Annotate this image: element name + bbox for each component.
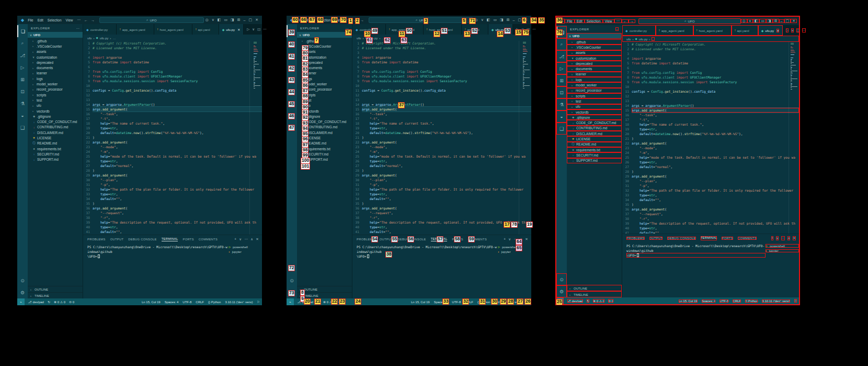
explorer-icon[interactable]: ❏ [556, 26, 567, 38]
tree-item-disclaimer-md[interactable]: ↓DISCLAIMER.md [297, 130, 352, 135]
panel-tab-problems[interactable]: PROBLEMS [357, 238, 375, 241]
shell-powershell[interactable]: ⊳powershell [766, 244, 799, 248]
panel-close-icon[interactable]: ✕ [525, 237, 528, 241]
tree-item-record-processor[interactable]: ›record_processor [567, 88, 622, 93]
panel-more-icon[interactable]: ⋯ [244, 237, 248, 241]
shell-jupyter[interactable]: ◐jupyter [766, 249, 799, 252]
tab-close-icon[interactable]: ✕ [507, 28, 509, 31]
nav-forward-icon[interactable]: → [629, 19, 635, 23]
comments-icon[interactable]: ❑ [17, 121, 28, 134]
tree-item-vectordb[interactable]: ›vectordb [567, 109, 622, 115]
menu-item[interactable]: ⋯ [614, 19, 622, 23]
menu-file[interactable]: File [295, 18, 304, 22]
language-mode-status[interactable]: {} Python [745, 300, 758, 303]
terminal-input[interactable]: \UFO> [626, 253, 766, 258]
tree-item-disclaimer-md[interactable]: ↓DISCLAIMER.md [28, 130, 83, 135]
settings-chevron-icon[interactable]: ∨ [210, 18, 216, 22]
panel-maximize-icon[interactable]: ∧ [520, 237, 522, 241]
tab-controller-py[interactable]: ◆controller.py✕ [622, 25, 656, 36]
run-chevron-icon[interactable]: ∨ [791, 28, 794, 32]
eol-status[interactable]: CRLF [196, 301, 204, 304]
tab-app-agent-yaml[interactable]: !app_agent.yaml✕ [656, 25, 693, 36]
settings-top-icon[interactable]: ◎ [473, 18, 479, 22]
layout-toggle-icon-1[interactable]: ▭ [222, 18, 229, 22]
panel-tab-terminal[interactable]: TERMINAL [162, 237, 178, 241]
menu-view[interactable]: View [603, 19, 614, 23]
panel-tab-debug-console[interactable]: DEBUG CONSOLE [667, 237, 695, 240]
encoding-status[interactable]: UTF-8 [452, 301, 461, 304]
tab-controller-py[interactable]: ◆controller.py✕ [352, 24, 386, 35]
extensions-icon[interactable]: ⊞ [17, 73, 28, 85]
layout-toggle-icon-3[interactable]: ⊞ [236, 18, 242, 22]
run-chevron-icon[interactable]: ∨ [252, 27, 255, 31]
explorer-more-icon[interactable]: ⋯ [346, 26, 349, 30]
python-interpreter-status[interactable]: 3.10.11 ('dev': venv) [494, 301, 522, 304]
source-control-icon[interactable]: ⎇ [287, 49, 297, 61]
nav-back-icon[interactable]: ← [622, 19, 629, 23]
search-input[interactable]: ⌕UFO [638, 18, 741, 24]
panel-close-icon[interactable]: ✕ [793, 236, 796, 240]
panel-close-icon[interactable]: ✕ [256, 237, 259, 241]
menu-edit[interactable]: Edit [575, 19, 585, 23]
tree-item-ufo[interactable]: ›ufo [567, 104, 622, 109]
tree-item-assets[interactable]: ›assets [567, 50, 622, 56]
cursor-position-status[interactable]: Ln 15, Col 19 [679, 300, 698, 303]
tree-item-assets[interactable]: ›assets [297, 49, 352, 54]
tree-item-disclaimer-md[interactable]: ↓DISCLAIMER.md [567, 131, 622, 136]
settings-icon[interactable]: ⚙ [287, 286, 297, 298]
breadcrumb-more[interactable]: … [382, 36, 385, 40]
tree-item-code-of-conduct-md[interactable]: ↓CODE_OF_CONDUCT.md [297, 119, 352, 124]
tree-item-model-worker[interactable]: ›model_worker [28, 81, 83, 86]
shell-powershell[interactable]: ⊳powershell [498, 245, 531, 249]
tree-item-ufo[interactable]: ›ufo [28, 103, 83, 108]
tab-api-yaml[interactable]: !api.yaml✕ [192, 24, 219, 35]
settings-top-icon[interactable]: ◎ [741, 19, 747, 23]
tree-item-documents[interactable]: ›documents [297, 65, 352, 70]
tree-item-security-md[interactable]: ↓SECURITY.md [567, 152, 622, 158]
new-terminal-icon[interactable]: + [234, 237, 236, 241]
indentation-status[interactable]: Spaces: 4 [702, 300, 716, 303]
sync-icon[interactable]: ↻ [48, 300, 50, 304]
tree-item-test[interactable]: ›test [28, 97, 83, 103]
sidebar-section-timeline[interactable]: ›TIMELINE [28, 292, 83, 298]
remote-explorer-icon[interactable]: ⊡ [287, 85, 297, 97]
source-control-icon[interactable]: ⎇ [556, 50, 567, 62]
terminal-chevron-icon[interactable]: ∨ [776, 236, 779, 240]
panel-tab-problems[interactable]: PROBLEMS [87, 238, 106, 241]
tab-close-icon[interactable]: ✕ [776, 29, 779, 32]
tree-item-documents[interactable]: ›documents [28, 65, 83, 70]
tree-item-readme-md[interactable]: ⓘREADME.md [567, 142, 622, 147]
tree-item-vscodecounter[interactable]: ›.VSCodeCounter [28, 43, 83, 49]
tree-item-documents[interactable]: ›documents [567, 66, 622, 71]
menu-selection[interactable]: Selection [315, 18, 333, 22]
explorer-more-icon[interactable]: ⋯ [76, 26, 80, 30]
sync-icon[interactable]: ↻ [317, 300, 319, 304]
settings-chevron-icon[interactable]: ∨ [479, 18, 485, 22]
tree-item-requirements-txt[interactable]: ≡requirements.txt [28, 146, 83, 151]
tree-item-contributing-md[interactable]: ↓CONTRIBUTING.md [297, 125, 352, 130]
source-control-icon[interactable]: ⎇ [17, 49, 28, 61]
split-editor-icon[interactable]: ◫ [796, 28, 800, 32]
docker-icon[interactable]: ◒ [556, 110, 567, 123]
breadcrumb[interactable]: ufo›◆ufo.py›… [83, 35, 262, 41]
menu-item[interactable]: ⋯ [345, 18, 352, 22]
explorer-icon[interactable]: ❏ [287, 25, 297, 37]
tree-item-contributing-md[interactable]: ↓CONTRIBUTING.md [28, 125, 83, 130]
layout-toggle-icon-3[interactable]: ⊞ [505, 18, 511, 22]
tree-item-record-processor[interactable]: ›record_processor [297, 87, 352, 92]
indentation-status[interactable]: Spaces: 4 [434, 301, 448, 304]
tree-item-contributing-md[interactable]: ↓CONTRIBUTING.md [567, 126, 622, 131]
tree-item-gitignore[interactable]: ◈.gitignore [297, 114, 352, 119]
terminal-chevron-icon[interactable]: ∨ [508, 237, 511, 241]
tree-item-security-md[interactable]: ↓SECURITY.md [28, 151, 83, 157]
notifications-icon[interactable]: ⚐ [257, 300, 260, 304]
tree-item-vscodecounter[interactable]: ›.VSCodeCounter [297, 43, 352, 49]
extensions-icon[interactable]: ⊞ [556, 74, 567, 86]
search-icon[interactable]: ⌕ [287, 37, 297, 49]
tab-close-icon[interactable]: ✕ [237, 28, 240, 31]
problems-status[interactable]: ⊗ 0 ⚠ 0 [323, 300, 335, 304]
nav-forward-icon[interactable]: → [359, 18, 366, 22]
search-input[interactable]: ⌕UFO [369, 17, 473, 23]
close-button[interactable]: ✕ [523, 18, 529, 22]
tree-item-code-of-conduct-md[interactable]: ↓CODE_OF_CONDUCT.md [567, 120, 622, 125]
